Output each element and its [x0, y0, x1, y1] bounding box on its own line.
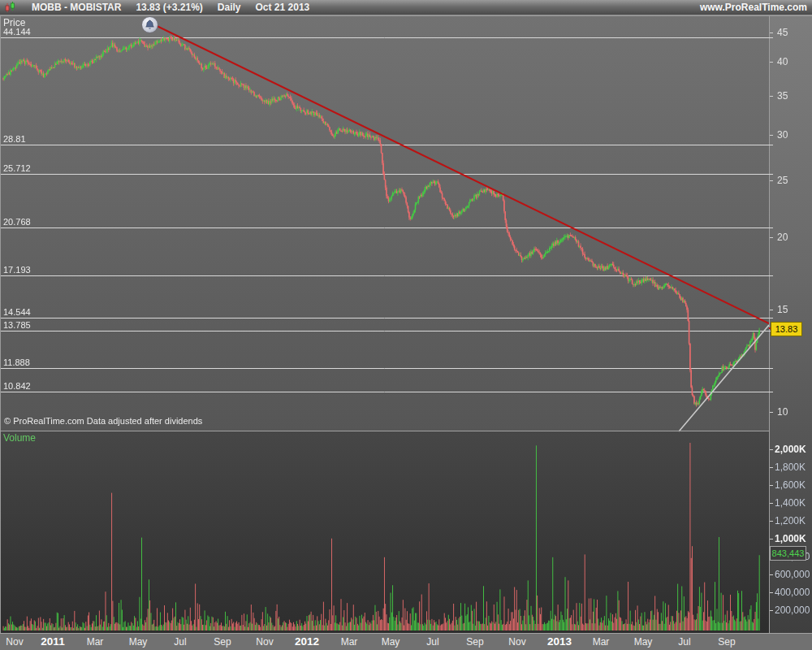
time-axis-month-label: Jul	[426, 634, 438, 650]
time-axis-year-label: 2011	[41, 634, 64, 650]
price-tick-label: 30	[777, 130, 788, 140]
volume-tick-dash	[770, 521, 773, 522]
time-axis-year-label: 2012	[295, 634, 319, 650]
price-level-label: 25.712	[3, 163, 31, 173]
price-level-axis-dash	[769, 145, 773, 145]
volume-tick-dash	[770, 592, 773, 593]
time-axis-month-label: May	[382, 634, 400, 650]
time-axis-year-label: 2013	[547, 634, 572, 650]
volume-tick-dash	[770, 610, 773, 611]
price-level-label: 14.544	[3, 307, 31, 317]
time-axis-month-label: Nov	[256, 634, 273, 650]
price-level-axis-dash	[769, 37, 773, 38]
price-tick-dash	[770, 96, 773, 97]
price-level-label: 11.888	[3, 358, 30, 367]
volume-tick-label: 200,000	[775, 605, 810, 615]
last-quote-change: 13.83 (+3.21%)	[136, 2, 202, 13]
plot-border-right	[769, 15, 770, 633]
volume-axis-label: Volume	[3, 432, 36, 444]
price-tick-dash	[770, 237, 773, 238]
volume-tick-label: 2,000K	[775, 444, 806, 454]
price-tick-label: 20	[777, 232, 788, 242]
price-level-label: 10.842	[3, 381, 31, 391]
price-level-label: 44.144	[3, 27, 31, 37]
time-axis-month-label: Mar	[87, 634, 104, 650]
timeframe-label: Daily	[218, 2, 241, 13]
volume-tick-label: 1,400K	[775, 498, 806, 508]
time-axis-month-label: Mar	[341, 634, 358, 650]
chart-canvas[interactable]	[0, 0, 812, 650]
price-tick-dash	[770, 180, 773, 181]
volume-tick-dash	[770, 503, 773, 504]
date-label: Oct 21 2013	[256, 2, 310, 13]
last-price-badge: 13.83	[771, 322, 802, 336]
volume-tick-dash	[770, 539, 773, 540]
price-level-label: 20.768	[3, 217, 31, 227]
volume-tick-label: 1,000K	[775, 534, 806, 544]
current-volume-badge: 843,443	[770, 546, 806, 561]
price-level-axis-dash	[769, 318, 773, 318]
copyright-note: © ProRealTime.com Data adjusted after di…	[4, 416, 202, 426]
price-tick-dash	[770, 62, 773, 63]
time-axis-month-label: Jul	[174, 634, 186, 650]
time-axis-month-label: Sep	[466, 634, 483, 650]
instrument-title: MOBB - MOBISTAR	[32, 2, 121, 13]
volume-tick-dash	[770, 467, 773, 468]
price-level-label: 28.81	[3, 134, 26, 144]
price-level-axis-dash	[769, 228, 773, 228]
price-level-axis-dash	[769, 275, 773, 276]
time-axis-month-label: Nov	[6, 634, 23, 650]
price-level-axis-dash	[769, 392, 773, 392]
volume-tick-label: 1,200K	[775, 516, 806, 526]
plot-border-left	[0, 15, 1, 633]
price-tick-dash	[770, 135, 773, 136]
price-level-axis-dash	[769, 174, 773, 175]
time-axis-month-label: May	[129, 634, 148, 650]
price-tick-label: 25	[777, 176, 788, 185]
volume-tick-label: 400,000	[775, 587, 810, 597]
price-tick-label: 10	[777, 407, 788, 417]
price-tick-dash	[770, 310, 773, 310]
prorealtime-chart-window: MOBB - MOBISTAR 13.83 (+3.21%) Daily Oct…	[0, 0, 812, 650]
title-bar: MOBB - MOBISTAR 13.83 (+3.21%) Daily Oct…	[0, 0, 812, 15]
price-level-axis-dash	[769, 368, 773, 369]
price-level-label: 13.785	[3, 320, 31, 330]
price-tick-label: 35	[777, 91, 788, 101]
time-axis-month-label: Jul	[678, 634, 690, 650]
price-tick-label: 15	[777, 305, 788, 314]
volume-tick-label: 1,600K	[775, 480, 806, 490]
volume-tick-dash	[770, 449, 773, 450]
volume-tick-label: 600,000	[775, 570, 810, 579]
panel-divider	[0, 431, 769, 431]
time-axis-month-label: Sep	[214, 634, 231, 650]
time-axis-month-label: Sep	[718, 634, 735, 650]
time-axis-month-label: Mar	[593, 634, 610, 650]
prorealtime-website-link[interactable]: www.ProRealTime.com	[700, 2, 807, 13]
time-axis-month-label: May	[634, 634, 653, 650]
price-tick-dash	[770, 32, 773, 33]
plot-border-top	[0, 15, 812, 16]
volume-tick-dash	[770, 485, 773, 486]
price-tick-label: 40	[777, 57, 788, 67]
time-axis-month-label: Nov	[508, 634, 525, 650]
price-tick-dash	[770, 412, 773, 413]
price-tick-label: 45	[777, 28, 788, 37]
volume-tick-label: 1,800K	[775, 462, 806, 472]
price-alert-bell-icon[interactable]	[141, 16, 158, 33]
price-level-label: 17.193	[3, 265, 31, 275]
volume-tick-dash	[770, 574, 773, 575]
candlestick-logo-icon	[5, 2, 15, 13]
